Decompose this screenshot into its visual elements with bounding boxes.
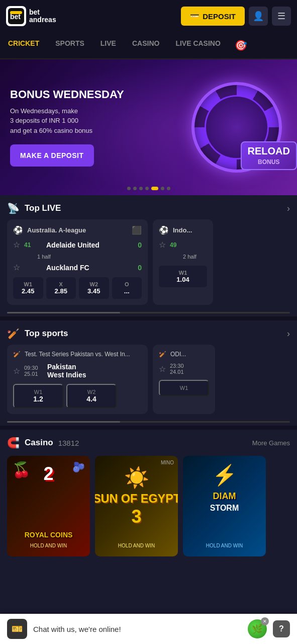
cricket-time-2a: 23:30 bbox=[170, 363, 189, 369]
top-sports-title: 🏏 Top sports bbox=[7, 328, 68, 340]
cricket-odd-w2-1[interactable]: W2 4.4 bbox=[66, 384, 117, 408]
live-icon: 📡 bbox=[7, 202, 20, 214]
nav-tabs: CRICKET SPORTS LIVE CASINO LIVE CASINO 🎯 bbox=[0, 32, 297, 59]
make-deposit-button[interactable]: MAKE A DEPOSIT bbox=[10, 144, 94, 167]
header-right: 💳 DEPOSIT 👤 ☰ bbox=[181, 7, 291, 26]
soccer-icon-2: ⚽ bbox=[159, 225, 169, 235]
divider-1 bbox=[0, 316, 297, 320]
cricket-star-1a[interactable]: ☆ bbox=[13, 366, 20, 376]
account-icon: 👤 bbox=[253, 11, 264, 22]
live-scroll-track bbox=[7, 312, 290, 313]
dot-4[interactable] bbox=[145, 187, 149, 190]
sports-matches-scroll: 🏏 Test. Test Series Pakistan vs. West In… bbox=[0, 345, 297, 421]
odd-w2-1[interactable]: W2 3.45 bbox=[79, 277, 109, 299]
more-games-link[interactable]: More Games bbox=[252, 439, 290, 447]
game-card-royal-coins[interactable]: 🍒 🫐 2 ROYAL COINS HOLD AND WIN bbox=[7, 456, 90, 556]
cricket-time-1a: 09:30 bbox=[24, 365, 43, 371]
dot-3[interactable] bbox=[139, 187, 143, 190]
logo-text: bet andreas bbox=[29, 9, 56, 24]
leaf-icon: 🌿 bbox=[252, 623, 263, 634]
team-time-2a: 49 bbox=[170, 242, 188, 249]
cricket-team-2a: ☆ 23:30 24.01 bbox=[159, 363, 209, 375]
chat-help-button[interactable]: ? bbox=[273, 620, 290, 637]
match-teams-2: ☆ 49 2 half bbox=[159, 240, 207, 261]
cricket-league-name-2: ODI... bbox=[170, 351, 186, 358]
cricket-league-1: 🏏 Test. Test Series Pakistan vs. West In… bbox=[13, 351, 142, 358]
live-match-card-1: ⚽ Australia. A-league ⬛ ☆ 41 Adelaide Un… bbox=[7, 219, 148, 305]
dot-1[interactable] bbox=[127, 187, 131, 190]
chat-leaf-container: 🌿 ✕ bbox=[248, 619, 267, 638]
banner-title: BONUS WEDNESDAY bbox=[10, 88, 124, 101]
chat-message: Chat with us, we're online! bbox=[33, 625, 242, 633]
banner-content: BONUS WEDNESDAY On Wednesdays, make3 dep… bbox=[10, 88, 124, 167]
banner-dots bbox=[127, 187, 170, 190]
star-icon-2a[interactable]: ☆ bbox=[159, 240, 166, 250]
live-scroll-thumb bbox=[7, 312, 120, 313]
team-row-2a: ☆ 49 bbox=[159, 240, 207, 250]
match-teams-1: ☆ 41 Adelaide United 0 1 half ☆ Auckland… bbox=[13, 240, 142, 272]
top-live-header: 📡 Top LIVE › bbox=[0, 195, 297, 219]
tab-cricket[interactable]: CRICKET bbox=[0, 32, 47, 58]
cricket-odd-w1-2[interactable]: W1 bbox=[159, 380, 209, 396]
top-live-chevron[interactable]: › bbox=[287, 203, 290, 214]
cricket-odd-w1-1[interactable]: W1 1.2 bbox=[13, 384, 63, 408]
odd-w1-1[interactable]: W1 2.45 bbox=[13, 277, 43, 299]
cricket-team-1a: ☆ 09:30 25.01 Pakistan West Indies bbox=[13, 363, 142, 379]
field-icon-1: ⬛ bbox=[132, 225, 142, 235]
cricket-icon-2: 🏏 bbox=[159, 351, 166, 358]
reload-text: RELOAD bbox=[248, 145, 290, 157]
cricket-icon-1: 🏏 bbox=[13, 351, 21, 358]
deposit-icon: 💳 bbox=[190, 12, 200, 21]
chat-ticket-icon: 🎫 bbox=[12, 623, 23, 634]
game-number-1: 2 bbox=[43, 463, 53, 485]
tab-live[interactable]: LIVE bbox=[92, 32, 124, 58]
dot-2[interactable] bbox=[133, 187, 137, 190]
menu-button[interactable]: ☰ bbox=[272, 7, 291, 26]
sports-match-card-2: 🏏 ODI... ☆ 23:30 24.01 W1 bbox=[153, 345, 215, 414]
chat-widget: 🎫 Chat with us, we're online! 🌿 ✕ ? bbox=[0, 614, 297, 644]
odd-w1-2[interactable]: W1 1.04 bbox=[159, 266, 207, 287]
close-chat-icon[interactable]: ✕ bbox=[261, 617, 269, 625]
casino-left: 🧲 Casino 13812 bbox=[7, 437, 79, 449]
menu-icon: ☰ bbox=[277, 11, 285, 22]
chat-icon-button[interactable]: 🎫 bbox=[7, 619, 27, 639]
odd-x-1[interactable]: X 2.85 bbox=[46, 277, 76, 299]
account-button[interactable]: 👤 bbox=[249, 7, 268, 26]
tab-casino[interactable]: CASINO bbox=[124, 32, 167, 58]
dot-6[interactable] bbox=[161, 187, 164, 190]
cricket-odds-2: W1 bbox=[159, 380, 209, 396]
top-sports-header: 🏏 Top sports › bbox=[0, 320, 297, 345]
promo-banner: BONUS WEDNESDAY On Wednesdays, make3 dep… bbox=[0, 59, 297, 195]
sports-match-card-1: 🏏 Test. Test Series Pakistan vs. West In… bbox=[7, 345, 148, 414]
half-label-1: 1 half bbox=[37, 254, 51, 260]
sports-scroll-track bbox=[7, 421, 290, 423]
team-time-1a: 41 bbox=[24, 242, 42, 249]
reload-badge: RELOAD BONUS bbox=[241, 141, 297, 170]
games-grid: 🍒 🫐 2 ROYAL COINS HOLD AND WIN MINO ☀️ S… bbox=[7, 456, 290, 556]
dot-5-active[interactable] bbox=[151, 187, 158, 190]
game-card-diamond-storm[interactable]: ⚡ DIAM STORM HOLD AND WIN bbox=[183, 456, 266, 556]
dot-7[interactable] bbox=[167, 187, 170, 190]
cricket-star-2a[interactable]: ☆ bbox=[159, 364, 166, 374]
banner-desc: On Wednesdays, make3 deposits of INR 1 0… bbox=[10, 106, 124, 136]
cricket-league-2: 🏏 ODI... bbox=[159, 351, 209, 358]
cricket-odds-1: W1 1.2 W2 4.4 bbox=[13, 384, 142, 408]
odds-row-1: W1 2.45 X 2.85 W2 3.45 O ... bbox=[13, 277, 142, 299]
team-row-1a: ☆ 41 Adelaide United 0 bbox=[13, 240, 142, 250]
sports-scroll-thumb bbox=[7, 421, 120, 423]
tab-live-casino[interactable]: LIVE CASINO bbox=[167, 32, 228, 58]
tab-sports[interactable]: SPORTS bbox=[47, 32, 92, 58]
logo-icon: bet bbox=[6, 6, 26, 26]
game-card-sun-egypt[interactable]: MINO ☀️ SUN OF EGYPT 3 HOLD AND WIN bbox=[95, 456, 178, 556]
star-icon-1b[interactable]: ☆ bbox=[13, 263, 20, 272]
odds-row-2: W1 1.04 bbox=[159, 266, 207, 287]
top-sports-chevron[interactable]: › bbox=[287, 329, 290, 339]
deposit-button[interactable]: 💳 DEPOSIT bbox=[181, 7, 245, 26]
tab-more[interactable]: 🎯 bbox=[229, 32, 253, 58]
chat-leaf-icon: 🌿 ✕ bbox=[248, 619, 267, 638]
casino-section: 🧲 Casino 13812 More Games 🍒 🫐 2 ROYAL CO… bbox=[0, 430, 297, 564]
deposit-label: DEPOSIT bbox=[203, 12, 236, 21]
banner-visual: RELOAD BONUS bbox=[171, 69, 297, 185]
star-icon-1a[interactable]: ☆ bbox=[13, 240, 20, 250]
odd-o-1[interactable]: O ... bbox=[112, 277, 142, 299]
